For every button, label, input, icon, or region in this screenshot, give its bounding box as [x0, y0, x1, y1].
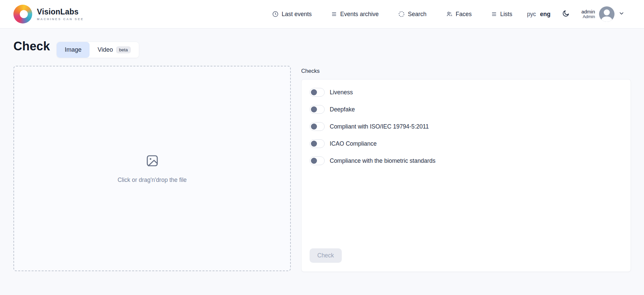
- moon-icon: [562, 9, 570, 19]
- tab-video[interactable]: Video beta: [90, 42, 139, 58]
- toggle-label: Compliance with the biometric standards: [330, 157, 435, 164]
- user-name: admin: [581, 9, 595, 14]
- check-submit-button[interactable]: Check: [310, 248, 342, 263]
- language-switcher: рус eng: [527, 11, 550, 18]
- icao-compliance-toggle[interactable]: [310, 139, 325, 148]
- media-tab-group: Image Video beta: [56, 42, 139, 58]
- toggle-label: Compliant with ISO/IEC 19794-5:2011: [330, 123, 429, 130]
- main-nav: Last events Events archive Search: [272, 11, 512, 18]
- nav-item-label: Search: [408, 11, 426, 18]
- nav-item-events-archive[interactable]: Events archive: [331, 11, 379, 18]
- toggle-row-biometric-standards: Compliance with the biometric standards: [310, 156, 623, 165]
- biometric-standards-toggle[interactable]: [310, 156, 325, 165]
- checks-panel: Liveness Deepfake Compliant with ISO/IEC…: [301, 79, 631, 272]
- nav-item-lists[interactable]: Lists: [491, 11, 512, 18]
- toggle-row-deepfake: Deepfake: [310, 105, 623, 114]
- toggle-label: ICAO Compliance: [330, 140, 377, 147]
- user-role: Admin: [583, 14, 595, 19]
- brand-logo[interactable]: VisionLabs MACHINES CAN SEE: [13, 5, 84, 23]
- toggle-label: Deepfake: [330, 106, 355, 113]
- dashed-circle-icon: [398, 11, 405, 17]
- image-placeholder-icon: [145, 154, 159, 169]
- avatar[interactable]: [599, 6, 614, 22]
- nav-item-label: Last events: [282, 11, 312, 18]
- toggle-row-icao-compliance: ICAO Compliance: [310, 139, 623, 148]
- nav-item-search[interactable]: Search: [398, 11, 426, 18]
- dark-mode-toggle[interactable]: [562, 9, 570, 19]
- toggle-row-liveness: Liveness: [310, 88, 623, 97]
- people-icon: [446, 11, 453, 17]
- dropzone-text: Click or drag'n'drop the file: [117, 177, 186, 184]
- lang-eng[interactable]: eng: [540, 11, 550, 18]
- beta-badge: beta: [116, 46, 131, 54]
- visionlabs-logo-icon: [13, 5, 32, 23]
- file-dropzone[interactable]: Click or drag'n'drop the file: [13, 66, 291, 271]
- tab-image[interactable]: Image: [57, 42, 90, 58]
- brand-name: VisionLabs: [37, 7, 84, 16]
- nav-item-last-events[interactable]: Last events: [272, 11, 312, 18]
- toggle-row-iso-compliance: Compliant with ISO/IEC 19794-5:2011: [310, 122, 623, 131]
- lang-rus[interactable]: рус: [527, 11, 536, 18]
- user-menu[interactable]: admin Admin: [581, 6, 625, 22]
- nav-item-label: Faces: [456, 11, 472, 18]
- page-title: Check: [13, 39, 50, 53]
- clock-icon: [272, 11, 279, 17]
- nav-item-faces[interactable]: Faces: [446, 11, 472, 18]
- nav-item-label: Lists: [500, 11, 512, 18]
- liveness-toggle[interactable]: [310, 88, 325, 97]
- iso-compliance-toggle[interactable]: [310, 122, 325, 131]
- page: VisionLabs MACHINES CAN SEE Last events: [0, 0, 644, 295]
- chevron-down-icon[interactable]: [619, 10, 625, 18]
- nav-item-label: Events archive: [340, 11, 379, 18]
- list-icon: [491, 11, 497, 17]
- deepfake-toggle[interactable]: [310, 105, 325, 114]
- top-navbar: VisionLabs MACHINES CAN SEE Last events: [0, 0, 644, 29]
- checks-section-label: Checks: [301, 68, 320, 74]
- list-icon: [331, 11, 337, 17]
- brand-tagline: MACHINES CAN SEE: [37, 17, 84, 21]
- toggle-label: Liveness: [330, 89, 353, 96]
